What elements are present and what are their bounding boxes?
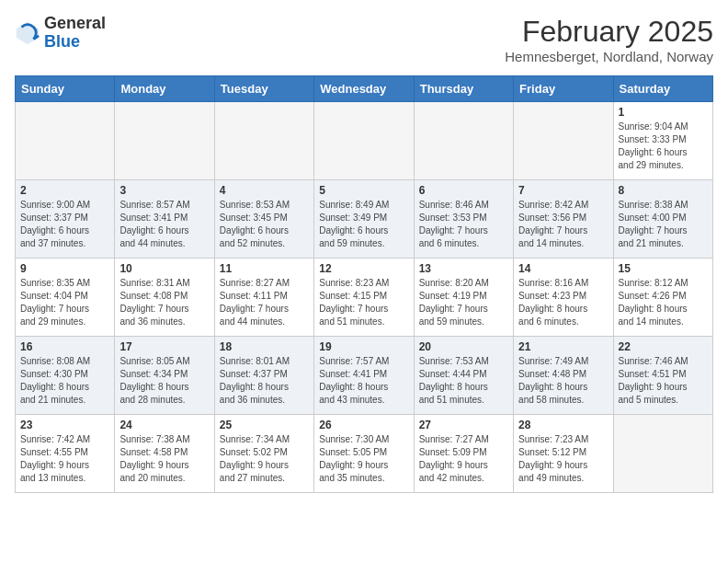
day-number: 5 xyxy=(319,184,408,197)
day-info: Sunrise: 7:30 AM Sunset: 5:05 PM Dayligh… xyxy=(319,433,408,485)
day-info: Sunrise: 8:46 AM Sunset: 3:53 PM Dayligh… xyxy=(419,199,508,250)
day-info: Sunrise: 8:35 AM Sunset: 4:04 PM Dayligh… xyxy=(20,277,109,328)
calendar-cell: 3Sunrise: 8:57 AM Sunset: 3:41 PM Daylig… xyxy=(115,180,214,259)
day-number: 8 xyxy=(619,184,708,197)
calendar-header-friday: Friday xyxy=(514,76,613,102)
day-info: Sunrise: 8:20 AM Sunset: 4:19 PM Dayligh… xyxy=(419,277,508,328)
calendar-cell: 7Sunrise: 8:42 AM Sunset: 3:56 PM Daylig… xyxy=(514,180,613,259)
calendar-table: SundayMondayTuesdayWednesdayThursdayFrid… xyxy=(15,75,713,493)
day-number: 3 xyxy=(119,184,209,197)
calendar-cell xyxy=(613,415,712,493)
day-info: Sunrise: 8:42 AM Sunset: 3:56 PM Dayligh… xyxy=(518,199,608,250)
calendar-cell: 5Sunrise: 8:49 AM Sunset: 3:49 PM Daylig… xyxy=(314,180,414,259)
location: Hemnesberget, Nordland, Norway xyxy=(505,49,713,64)
day-info: Sunrise: 8:53 AM Sunset: 3:45 PM Dayligh… xyxy=(220,199,309,250)
day-info: Sunrise: 8:57 AM Sunset: 3:41 PM Dayligh… xyxy=(119,199,209,250)
week-row-4: 16Sunrise: 8:08 AM Sunset: 4:30 PM Dayli… xyxy=(16,337,713,415)
calendar-cell: 6Sunrise: 8:46 AM Sunset: 3:53 PM Daylig… xyxy=(414,180,513,259)
day-info: Sunrise: 8:08 AM Sunset: 4:30 PM Dayligh… xyxy=(20,355,109,407)
day-info: Sunrise: 7:38 AM Sunset: 4:58 PM Dayligh… xyxy=(119,433,209,485)
day-number: 22 xyxy=(619,340,708,353)
calendar-cell: 26Sunrise: 7:30 AM Sunset: 5:05 PM Dayli… xyxy=(314,415,414,493)
week-row-1: 1Sunrise: 9:04 AM Sunset: 3:33 PM Daylig… xyxy=(16,102,713,180)
day-number: 28 xyxy=(518,419,608,431)
calendar-cell xyxy=(314,102,414,180)
day-number: 20 xyxy=(419,340,508,353)
day-number: 17 xyxy=(119,340,209,353)
day-info: Sunrise: 8:01 AM Sunset: 4:37 PM Dayligh… xyxy=(220,355,309,407)
day-info: Sunrise: 8:27 AM Sunset: 4:11 PM Dayligh… xyxy=(220,277,309,328)
week-row-2: 2Sunrise: 9:00 AM Sunset: 3:37 PM Daylig… xyxy=(16,180,713,259)
calendar-cell: 9Sunrise: 8:35 AM Sunset: 4:04 PM Daylig… xyxy=(16,259,115,337)
day-number: 25 xyxy=(220,419,309,431)
calendar-cell: 22Sunrise: 7:46 AM Sunset: 4:51 PM Dayli… xyxy=(613,337,712,415)
day-number: 21 xyxy=(518,340,608,353)
calendar-cell: 21Sunrise: 7:49 AM Sunset: 4:48 PM Dayli… xyxy=(514,337,613,415)
calendar-cell xyxy=(16,102,115,180)
day-info: Sunrise: 8:12 AM Sunset: 4:26 PM Dayligh… xyxy=(619,277,708,328)
logo-icon xyxy=(15,20,40,46)
day-number: 11 xyxy=(220,262,309,275)
day-number: 1 xyxy=(619,106,708,119)
calendar-cell: 4Sunrise: 8:53 AM Sunset: 3:45 PM Daylig… xyxy=(214,180,313,259)
month-title: February 2025 xyxy=(505,15,713,49)
calendar-header-row: SundayMondayTuesdayWednesdayThursdayFrid… xyxy=(16,76,713,102)
day-info: Sunrise: 8:31 AM Sunset: 4:08 PM Dayligh… xyxy=(119,277,209,328)
day-info: Sunrise: 7:23 AM Sunset: 5:12 PM Dayligh… xyxy=(518,433,608,485)
day-info: Sunrise: 8:05 AM Sunset: 4:34 PM Dayligh… xyxy=(119,355,209,407)
day-info: Sunrise: 8:49 AM Sunset: 3:49 PM Dayligh… xyxy=(319,199,408,250)
day-info: Sunrise: 7:42 AM Sunset: 4:55 PM Dayligh… xyxy=(20,433,109,485)
calendar-cell: 10Sunrise: 8:31 AM Sunset: 4:08 PM Dayli… xyxy=(115,259,214,337)
calendar-cell: 17Sunrise: 8:05 AM Sunset: 4:34 PM Dayli… xyxy=(115,337,214,415)
day-number: 26 xyxy=(319,419,408,431)
calendar-cell: 8Sunrise: 8:38 AM Sunset: 4:00 PM Daylig… xyxy=(613,180,712,259)
week-row-3: 9Sunrise: 8:35 AM Sunset: 4:04 PM Daylig… xyxy=(16,259,713,337)
page-header: General Blue February 2025 Hemnesberget,… xyxy=(15,15,713,64)
calendar-cell xyxy=(414,102,513,180)
calendar-cell: 25Sunrise: 7:34 AM Sunset: 5:02 PM Dayli… xyxy=(214,415,313,493)
day-number: 13 xyxy=(419,262,508,275)
calendar-cell: 2Sunrise: 9:00 AM Sunset: 3:37 PM Daylig… xyxy=(16,180,115,259)
calendar-header-saturday: Saturday xyxy=(613,76,712,102)
calendar-cell: 19Sunrise: 7:57 AM Sunset: 4:41 PM Dayli… xyxy=(314,337,414,415)
week-row-5: 23Sunrise: 7:42 AM Sunset: 4:55 PM Dayli… xyxy=(16,415,713,493)
day-number: 18 xyxy=(220,340,309,353)
day-number: 2 xyxy=(20,184,109,197)
calendar-cell xyxy=(514,102,613,180)
logo: General Blue xyxy=(15,15,106,52)
day-number: 16 xyxy=(20,340,109,353)
calendar-cell xyxy=(115,102,214,180)
day-number: 19 xyxy=(319,340,408,353)
calendar-cell: 28Sunrise: 7:23 AM Sunset: 5:12 PM Dayli… xyxy=(514,415,613,493)
day-number: 24 xyxy=(119,419,209,431)
day-number: 14 xyxy=(518,262,608,275)
day-number: 12 xyxy=(319,262,408,275)
day-number: 6 xyxy=(419,184,508,197)
day-number: 7 xyxy=(518,184,608,197)
calendar-header-sunday: Sunday xyxy=(16,76,115,102)
calendar-header-wednesday: Wednesday xyxy=(314,76,414,102)
calendar-cell: 23Sunrise: 7:42 AM Sunset: 4:55 PM Dayli… xyxy=(16,415,115,493)
day-info: Sunrise: 7:53 AM Sunset: 4:44 PM Dayligh… xyxy=(419,355,508,407)
calendar-cell xyxy=(214,102,313,180)
calendar-cell: 24Sunrise: 7:38 AM Sunset: 4:58 PM Dayli… xyxy=(115,415,214,493)
day-number: 27 xyxy=(419,419,508,431)
calendar-header-thursday: Thursday xyxy=(414,76,513,102)
day-info: Sunrise: 8:23 AM Sunset: 4:15 PM Dayligh… xyxy=(319,277,408,328)
title-area: February 2025 Hemnesberget, Nordland, No… xyxy=(505,15,713,64)
calendar-cell: 27Sunrise: 7:27 AM Sunset: 5:09 PM Dayli… xyxy=(414,415,513,493)
calendar-cell: 14Sunrise: 8:16 AM Sunset: 4:23 PM Dayli… xyxy=(514,259,613,337)
day-info: Sunrise: 7:49 AM Sunset: 4:48 PM Dayligh… xyxy=(518,355,608,407)
day-number: 15 xyxy=(619,262,708,275)
day-info: Sunrise: 8:16 AM Sunset: 4:23 PM Dayligh… xyxy=(518,277,608,328)
day-info: Sunrise: 8:38 AM Sunset: 4:00 PM Dayligh… xyxy=(619,199,708,250)
day-info: Sunrise: 7:46 AM Sunset: 4:51 PM Dayligh… xyxy=(619,355,708,407)
day-info: Sunrise: 7:57 AM Sunset: 4:41 PM Dayligh… xyxy=(319,355,408,407)
day-info: Sunrise: 9:04 AM Sunset: 3:33 PM Dayligh… xyxy=(619,121,708,172)
day-info: Sunrise: 7:27 AM Sunset: 5:09 PM Dayligh… xyxy=(419,433,508,485)
calendar-header-tuesday: Tuesday xyxy=(214,76,313,102)
day-info: Sunrise: 9:00 AM Sunset: 3:37 PM Dayligh… xyxy=(20,199,109,250)
calendar-cell: 20Sunrise: 7:53 AM Sunset: 4:44 PM Dayli… xyxy=(414,337,513,415)
day-info: Sunrise: 7:34 AM Sunset: 5:02 PM Dayligh… xyxy=(220,433,309,485)
day-number: 9 xyxy=(20,262,109,275)
